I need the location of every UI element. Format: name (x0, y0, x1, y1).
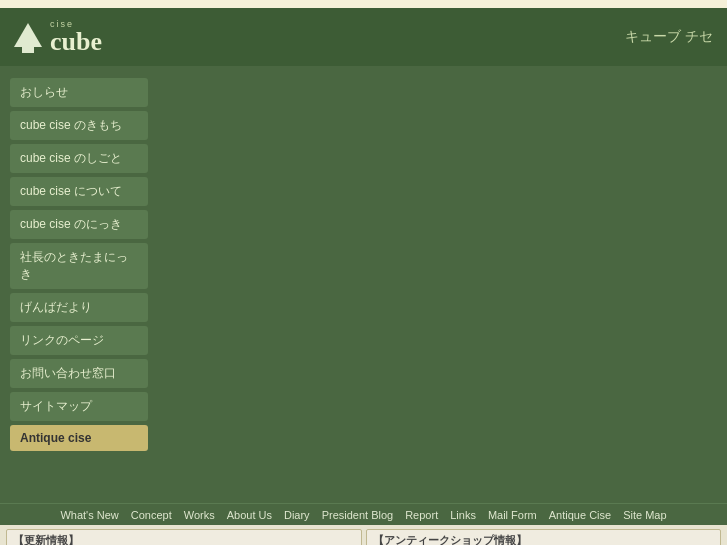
logo-main-text: cube (50, 29, 102, 55)
header-title: キューブ チセ (625, 28, 713, 46)
bottom-panel-left: 【更新情報】 cube.cise (6, 529, 362, 545)
sidebar-item-news[interactable]: おしらせ (10, 78, 148, 107)
sidebar-item-shacho[interactable]: 社長のときたまにっき (10, 243, 148, 289)
footer-link-site-map[interactable]: Site Map (623, 509, 666, 521)
svg-marker-0 (14, 23, 42, 47)
sidebar-item-contact[interactable]: お問い合わせ窓口 (10, 359, 148, 388)
footer-nav: What's NewConceptWorksAbout UsDiaryPresi… (0, 503, 727, 525)
logo-icon (10, 19, 46, 55)
bottom-panel-right-title: 【アンティークショップ情報】 (373, 533, 715, 545)
sidebar-item-links[interactable]: リンクのページ (10, 326, 148, 355)
bottom-panel-left-title: 【更新情報】 (13, 533, 355, 545)
logo-text-area: cise cube (50, 19, 102, 55)
footer-link-works[interactable]: Works (184, 509, 215, 521)
header: cise cube キューブ チセ (0, 8, 727, 66)
sidebar-item-sitemap[interactable]: サイトマップ (10, 392, 148, 421)
logo-area[interactable]: cise cube (10, 19, 102, 55)
sidebar: おしらせcube cise のきもちcube cise のしごとcube cis… (0, 66, 155, 503)
footer-link-president-blog[interactable]: President Blog (322, 509, 394, 521)
sidebar-item-genba[interactable]: げんばだより (10, 293, 148, 322)
bottom-panel-right: 【アンティークショップ情報】 09/28 (366, 529, 722, 545)
footer-link-diary[interactable]: Diary (284, 509, 310, 521)
content-area (155, 66, 727, 503)
footer-link-mail-form[interactable]: Mail Form (488, 509, 537, 521)
footer-link-antique-cise[interactable]: Antique Cise (549, 509, 611, 521)
bottom-section: 【更新情報】 cube.cise 【アンティークショップ情報】 09/28 (0, 525, 727, 545)
footer-link-report[interactable]: Report (405, 509, 438, 521)
footer-link-concept[interactable]: Concept (131, 509, 172, 521)
sidebar-item-nikki[interactable]: cube cise のにっき (10, 210, 148, 239)
sidebar-item-kimochi[interactable]: cube cise のきもち (10, 111, 148, 140)
sidebar-item-antique[interactable]: Antique cise (10, 425, 148, 451)
top-bar (0, 0, 727, 8)
sidebar-item-shigoto[interactable]: cube cise のしごと (10, 144, 148, 173)
svg-rect-1 (22, 45, 34, 53)
footer-link-whats-new[interactable]: What's New (60, 509, 118, 521)
footer-link-about-us[interactable]: About Us (227, 509, 272, 521)
footer-link-links[interactable]: Links (450, 509, 476, 521)
sidebar-item-nitsuite[interactable]: cube cise について (10, 177, 148, 206)
main-wrapper: おしらせcube cise のきもちcube cise のしごとcube cis… (0, 66, 727, 503)
